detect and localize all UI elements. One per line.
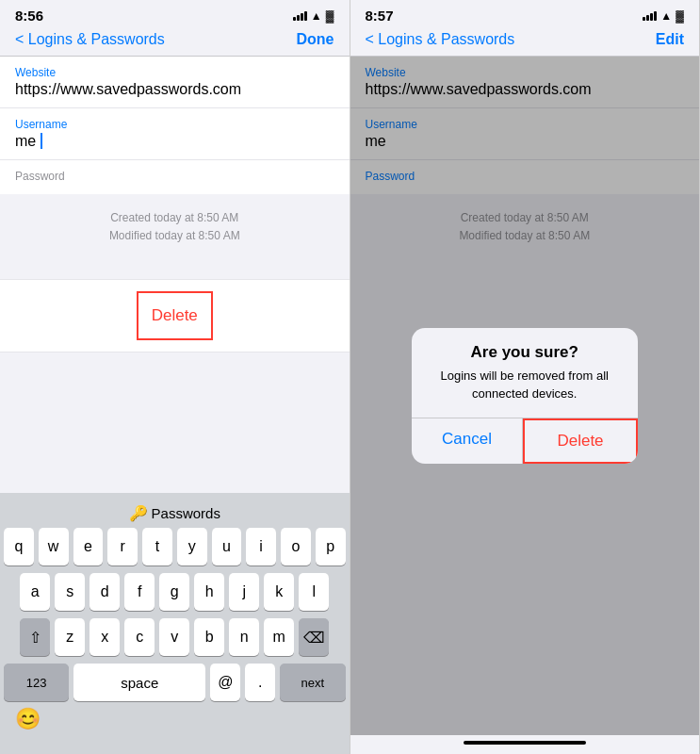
key-c[interactable]: c [124, 618, 155, 656]
key-x[interactable]: x [90, 618, 120, 656]
left-username-text: me [15, 133, 36, 149]
battery-icon: ▓ [326, 9, 334, 23]
key-e[interactable]: e [73, 528, 104, 566]
right-home-bar [350, 735, 700, 754]
wifi-icon: ▲ [311, 9, 322, 23]
left-username-value: me [15, 133, 334, 150]
right-status-bar: 8:57 ▲ ▓ [350, 0, 700, 27]
left-delete-section: Delete [0, 279, 350, 352]
right-signal-icon [643, 11, 657, 21]
key-next[interactable]: next [280, 664, 345, 701]
key-123[interactable]: 123 [4, 664, 69, 701]
key-q[interactable]: q [4, 528, 34, 566]
key-j[interactable]: j [229, 573, 259, 611]
key-period[interactable]: . [245, 664, 275, 701]
key-a[interactable]: a [20, 573, 50, 611]
left-status-bar: 8:56 ▲ ▓ [0, 0, 350, 27]
right-wifi-icon: ▲ [660, 9, 672, 23]
key-n[interactable]: n [229, 618, 259, 656]
right-battery-icon: ▓ [676, 9, 684, 23]
key-f[interactable]: f [124, 573, 155, 611]
signal-icon [293, 11, 307, 21]
left-password-field[interactable]: Password [0, 160, 350, 194]
left-delete-button[interactable]: Delete [137, 291, 213, 340]
key-u[interactable]: u [212, 528, 242, 566]
key-backspace[interactable]: ⌫ [299, 618, 329, 656]
key-row-2: a s d f g h j k l [4, 573, 346, 611]
left-back-button[interactable]: < Logins & Passwords [15, 31, 165, 48]
left-form-section: Website https://www.savedpasswords.com U… [0, 57, 350, 194]
key-y[interactable]: y [177, 528, 207, 566]
left-website-field[interactable]: Website https://www.savedpasswords.com [0, 57, 350, 108]
key-at[interactable]: @ [210, 664, 240, 701]
alert-delete-button[interactable]: Delete [523, 418, 638, 464]
left-keyboard[interactable]: 🔑 Passwords q w e r t y u i o p a s d [0, 493, 350, 754]
key-r[interactable]: r [107, 528, 138, 566]
left-modified-text: Modified today at 8:50 AM [15, 227, 334, 245]
alert-buttons: Cancel Delete [412, 418, 638, 464]
key-o[interactable]: o [281, 528, 311, 566]
alert-title: Are you sure? [431, 343, 619, 362]
key-w[interactable]: w [39, 528, 69, 566]
alert-content: Are you sure? Logins will be removed fro… [412, 328, 638, 417]
home-indicator [464, 741, 586, 745]
key-v[interactable]: v [159, 618, 189, 656]
left-meta-section: Created today at 8:50 AM Modified today … [0, 194, 350, 260]
key-z[interactable]: z [55, 618, 85, 656]
alert-cancel-button[interactable]: Cancel [412, 418, 523, 464]
key-i[interactable]: i [246, 528, 276, 566]
key-k[interactable]: k [264, 573, 294, 611]
left-username-label: Username [15, 118, 334, 131]
key-g[interactable]: g [159, 573, 189, 611]
keyboard-rows: q w e r t y u i o p a s d f g h j k [0, 528, 350, 701]
key-row-3: ⇧ z x c v b n m ⌫ [4, 618, 346, 656]
key-icon: 🔑 [129, 504, 148, 522]
key-t[interactable]: t [142, 528, 172, 566]
left-nav-bar: < Logins & Passwords Done [0, 27, 350, 57]
key-s[interactable]: s [55, 573, 85, 611]
key-h[interactable]: h [194, 573, 224, 611]
right-status-icons: ▲ ▓ [643, 9, 684, 23]
alert-message: Logins will be removed from all connecte… [431, 368, 619, 402]
left-username-field[interactable]: Username me [0, 108, 350, 160]
right-status-time: 8:57 [366, 8, 394, 24]
right-back-button[interactable]: < Logins & Passwords [366, 31, 515, 48]
emoji-button[interactable]: 😊 [15, 707, 41, 731]
alert-dialog: Are you sure? Logins will be removed fro… [412, 328, 638, 463]
keyboard-suggestion-bar: 🔑 Passwords [0, 500, 350, 528]
key-b[interactable]: b [194, 618, 224, 656]
left-bottom-bar: 😊 [0, 701, 350, 750]
key-l[interactable]: l [299, 573, 329, 611]
right-nav-bar: < Logins & Passwords Edit [350, 27, 700, 57]
key-shift[interactable]: ⇧ [20, 618, 50, 656]
key-row-4: 123 space @ . next [4, 664, 346, 701]
left-form-content: Website https://www.savedpasswords.com U… [0, 57, 350, 493]
right-edit-button[interactable]: Edit [656, 31, 684, 48]
key-row-1: q w e r t y u i o p [4, 528, 346, 566]
left-created-text: Created today at 8:50 AM [15, 209, 334, 227]
left-done-button[interactable]: Done [297, 31, 334, 48]
left-website-value: https://www.savedpasswords.com [15, 81, 334, 98]
left-status-icons: ▲ ▓ [293, 9, 334, 23]
left-phone-screen: 8:56 ▲ ▓ < Logins & Passwords Done Websi… [0, 0, 350, 754]
key-d[interactable]: d [90, 573, 120, 611]
right-screen-content: Website https://www.savedpasswords.com U… [350, 57, 700, 735]
key-p[interactable]: p [316, 528, 346, 566]
left-website-label: Website [15, 66, 334, 79]
keyboard-suggestion-text: Passwords [152, 505, 220, 521]
left-password-label: Password [15, 170, 334, 183]
left-status-time: 8:56 [15, 8, 43, 24]
key-m[interactable]: m [264, 618, 294, 656]
right-phone-screen: 8:57 ▲ ▓ < Logins & Passwords Edit Websi… [350, 0, 701, 754]
key-space[interactable]: space [73, 664, 205, 701]
alert-overlay: Are you sure? Logins will be removed fro… [350, 57, 700, 735]
